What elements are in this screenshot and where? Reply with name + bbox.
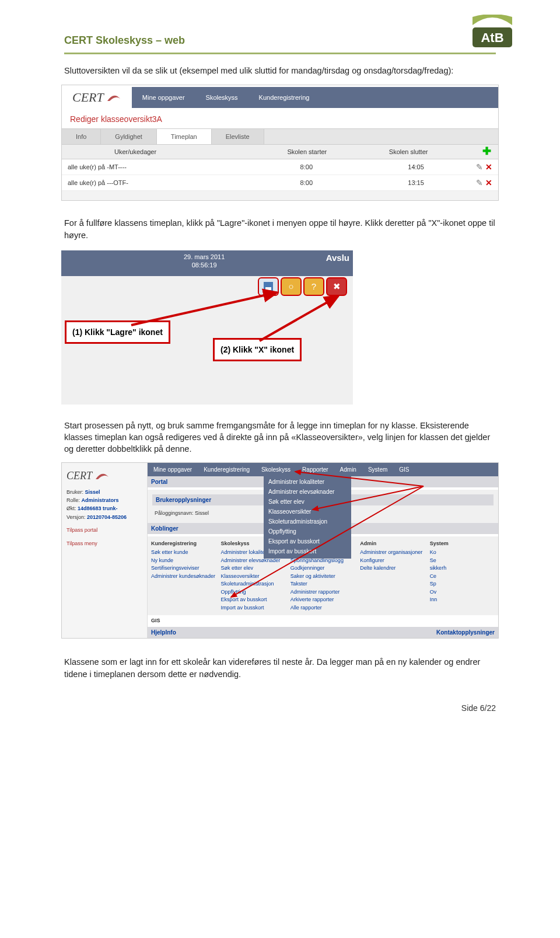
tilpass-portal-link[interactable]: Tilpass portal <box>66 526 142 534</box>
callout-2: (2) Klikk "X" ikonet <box>213 338 302 361</box>
hjelpinfo-label: HjelpInfo <box>151 629 176 636</box>
cell: alle uke(r) på -MT---- <box>68 163 300 170</box>
link-item[interactable]: Ov <box>430 588 495 597</box>
cell: alle uke(r) på ---OTF- <box>68 179 300 186</box>
tab-info[interactable]: Info <box>62 129 101 144</box>
cell: 8:00 <box>300 163 408 170</box>
link-item[interactable]: Administrer organisasjoner <box>360 549 425 557</box>
link-item[interactable]: Delte kalendrer <box>360 564 425 573</box>
nav-item[interactable]: Skoleskyss <box>195 94 249 101</box>
link-item[interactable]: Sertifiseringsveiviser <box>151 564 216 573</box>
cell: 8:00 <box>300 179 408 186</box>
tilpass-meny-link[interactable]: Tilpass meny <box>66 539 142 548</box>
tab-elevliste[interactable]: Elevliste <box>212 129 264 144</box>
page-footer: Side 6/22 <box>64 703 496 713</box>
body-text: Klassene som er lagt inn for ett skoleår… <box>64 656 496 680</box>
link-item[interactable]: Saker og aktiviteter <box>290 573 355 581</box>
save-icon[interactable] <box>258 277 279 296</box>
edit-icon[interactable]: ✎ <box>476 162 483 172</box>
gis-label: GIS <box>148 615 498 623</box>
skoleskyss-dropdown[interactable]: Administrer lokaliteterAdministrer elevs… <box>264 475 351 559</box>
link-item[interactable]: Eksport av busskort <box>220 596 285 604</box>
column-header: Skolen slutter <box>383 145 475 159</box>
app-screenshot-3: CERT Bruker: Sissel Rolle: Administrator… <box>61 462 499 639</box>
link-item[interactable]: Import av busskort <box>220 604 285 612</box>
datetime: 29. mars 2011 08:56:19 <box>184 253 225 270</box>
page-subtitle: Rediger klasseoversikt3A <box>62 110 498 128</box>
column-header: Admin <box>360 540 425 548</box>
kontakt-label: Kontaktopplysninger <box>436 629 495 636</box>
dropdown-item[interactable]: Administrer lokaliteter <box>264 477 351 487</box>
link-item[interactable]: Arkiverte rapporter <box>290 596 355 604</box>
section-title: Brukeropplysninger <box>152 494 269 505</box>
dropdown-item[interactable]: Administrer elevsøknader <box>264 487 351 497</box>
dropdown-item[interactable]: Klasseoversikter <box>264 507 351 517</box>
column-header: Uker/ukedager <box>62 145 281 159</box>
tab-gyldighet[interactable]: Gyldighet <box>101 129 156 144</box>
link-item[interactable]: sikkerh <box>430 564 495 573</box>
cell: 14:05 <box>408 163 476 170</box>
avslutt-label: Avslu <box>326 253 349 263</box>
link-item[interactable]: Alle rapporter <box>290 604 355 612</box>
link-item[interactable]: Administrer rapporter <box>290 588 355 597</box>
column-header: Kunderegistrering <box>151 540 216 548</box>
link-item[interactable]: Sp <box>430 580 495 588</box>
edit-icon[interactable]: ✎ <box>476 178 483 187</box>
cert-logo: CERT <box>62 85 132 110</box>
link-item[interactable]: Ce <box>430 573 495 581</box>
nav-item[interactable]: Kunderegistrering <box>198 463 256 476</box>
close-icon[interactable]: ✖ <box>326 277 347 296</box>
link-item[interactable]: Skoleturadministrasjon <box>220 580 285 588</box>
nav-item[interactable]: Kunderegistrering <box>249 94 320 101</box>
doc-title: CERT Skoleskyss – web <box>64 34 185 47</box>
column-header: System <box>430 540 495 548</box>
link-item[interactable]: Søk etter kunde <box>151 549 216 557</box>
dropdown-item[interactable]: Skoleturadministrasjon <box>264 517 351 526</box>
body-text: Start prosessen på nytt, og bruk samme f… <box>64 420 496 455</box>
cert-logo: CERT <box>66 468 142 484</box>
link-item[interactable]: Ko <box>430 549 495 557</box>
dropdown-item[interactable]: Søk etter elev <box>264 497 351 507</box>
divider <box>64 53 496 54</box>
nav-item[interactable]: System <box>362 463 393 476</box>
nav-item[interactable]: Mine oppgaver <box>148 463 198 476</box>
table-row[interactable]: alle uke(r) på ---OTF- 8:00 13:15 ✎✕ <box>62 175 498 191</box>
delete-icon[interactable]: ✕ <box>485 178 492 187</box>
atb-logo-icon: AtB <box>471 15 513 51</box>
nav-item[interactable]: GIS <box>393 463 415 476</box>
link-item[interactable]: Inn <box>430 596 495 604</box>
table-row[interactable]: alle uke(r) på -MT---- 8:00 14:05 ✎✕ <box>62 159 498 175</box>
delete-icon[interactable]: ✕ <box>485 162 492 172</box>
link-item[interactable]: Oppflytting <box>220 588 285 597</box>
svg-text:AtB: AtB <box>481 30 503 45</box>
circle-icon[interactable]: ○ <box>281 277 302 296</box>
link-item[interactable]: Ny kunde <box>151 557 216 565</box>
callout-1: (1) Klikk "Lagre" ikonet <box>65 320 170 344</box>
app-screenshot-1: CERT Mine oppgaver Skoleskyss Kunderegis… <box>61 85 499 201</box>
tab-timeplan[interactable]: Timeplan <box>157 129 212 144</box>
add-icon[interactable]: ✚ <box>475 145 498 159</box>
intro-text: Sluttoversikten vil da se slik ut (eksem… <box>64 65 496 76</box>
link-item[interactable]: Godkjenninger <box>290 564 355 573</box>
body-text: For å fullføre klassens timeplan, klikk … <box>64 217 496 241</box>
cell: 13:15 <box>408 179 476 186</box>
dropdown-item[interactable]: Oppflytting <box>264 526 351 536</box>
link-item[interactable]: Klasseoversikter <box>220 573 285 581</box>
dropdown-item[interactable]: Eksport av busskort <box>264 536 351 546</box>
help-icon[interactable]: ? <box>303 277 324 296</box>
nav-item[interactable]: Mine oppgaver <box>132 94 195 101</box>
link-item[interactable]: Se <box>430 557 495 565</box>
app-screenshot-2: 29. mars 2011 08:56:19 Avslu ○ ? ✖ (1) K… <box>61 250 353 405</box>
link-item[interactable]: Søk etter elev <box>220 564 285 573</box>
link-item[interactable]: Konfigurer <box>360 557 425 565</box>
column-header: Skolen starter <box>281 145 383 159</box>
dropdown-item[interactable]: Import av busskort <box>264 546 351 556</box>
link-item[interactable]: Takster <box>290 580 355 588</box>
link-item[interactable]: Administrer kundesøknader <box>151 573 216 581</box>
